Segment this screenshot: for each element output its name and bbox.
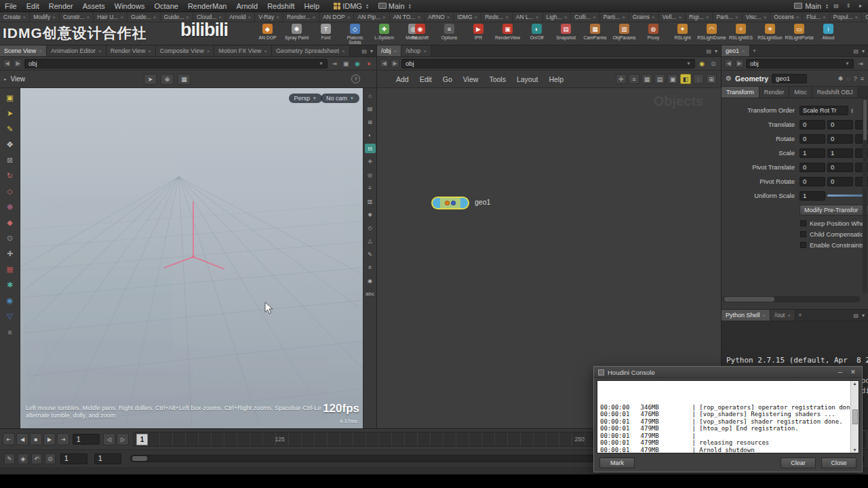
param-tab[interactable]: Redshift OBJ: [812, 87, 859, 98]
shelf-tab[interactable]: Ligh... ×: [543, 12, 572, 22]
forward-icon[interactable]: ▶: [391, 59, 399, 68]
display-option-icon[interactable]: ✎: [365, 249, 376, 259]
forward-icon[interactable]: ▶: [14, 59, 22, 68]
select-components-icon[interactable]: ⊕: [161, 74, 174, 85]
shelf-tab[interactable]: Popul... ×: [830, 12, 863, 22]
shelf-tool[interactable]: ▤ Snapshot: [551, 22, 580, 45]
shelf-tab[interactable]: Parti... ×: [713, 12, 742, 22]
viewport-tool-icon[interactable]: ◆: [4, 217, 16, 228]
viewport-tool-icon[interactable]: ▽: [4, 310, 16, 322]
spinner-icon[interactable]: ▲▼: [825, 3, 829, 9]
close-icon[interactable]: ×: [39, 48, 42, 54]
close-icon[interactable]: ×: [763, 312, 766, 319]
shelf-tool[interactable]: ▦ CamParms: [580, 22, 610, 45]
display-option-icon[interactable]: ⊟: [365, 144, 376, 153]
menu-item[interactable]: Edit: [22, 2, 44, 10]
params-path-field[interactable]: obj ▼: [746, 59, 854, 68]
close-icon[interactable]: ×: [382, 14, 386, 20]
menu-item[interactable]: RenderMan: [183, 2, 231, 10]
shelf-tool[interactable]: ✱ Spray Paint: [282, 22, 311, 45]
range-start-field[interactable]: 1: [60, 453, 87, 464]
close-icon[interactable]: ×: [505, 14, 509, 20]
menu-item[interactable]: Arnold: [231, 2, 262, 10]
go-to-start-icon[interactable]: ⇤: [3, 433, 15, 445]
node-name-label[interactable]: geo1: [475, 198, 490, 206]
param-field-x[interactable]: 1: [800, 148, 825, 158]
shelf-tool[interactable]: i About: [814, 22, 843, 45]
minimize-icon[interactable]: ─: [835, 369, 845, 375]
shelf-tool[interactable]: T Font: [311, 22, 340, 45]
pane-tab[interactable]: Geometry Spreadsheet ×: [272, 45, 350, 56]
shelf-tab[interactable]: Vell... ×: [659, 12, 686, 22]
tools-icon[interactable]: ✛: [616, 74, 627, 84]
param-tab[interactable]: Misc: [789, 87, 812, 98]
menu-item[interactable]: File: [0, 2, 22, 10]
forward-icon[interactable]: ▶: [735, 59, 744, 68]
network-menu-item[interactable]: Help: [543, 75, 569, 83]
pin-icon[interactable]: ⇥: [856, 59, 865, 68]
shelf-tab[interactable]: Oceans ×: [770, 12, 803, 22]
viewport-tool-icon[interactable]: ◉: [4, 295, 16, 306]
snapshot-icon[interactable]: ▣: [341, 59, 351, 68]
horizontal-scrollbar[interactable]: [723, 296, 860, 302]
help-icon[interactable]: ?: [854, 75, 857, 82]
shelf-tool[interactable]: ▶ IPR: [464, 22, 493, 45]
list-view-icon[interactable]: ≡: [629, 74, 639, 84]
close-icon[interactable]: ×: [394, 48, 397, 54]
display-option-icon[interactable]: ◐: [365, 131, 376, 140]
console-scrollbar[interactable]: ▲ ▼: [850, 381, 859, 453]
pane-menu-icon[interactable]: ▾: [370, 48, 373, 54]
loop-icon[interactable]: ↶: [31, 453, 42, 464]
spinner-icon[interactable]: ▲▼: [408, 3, 412, 9]
close-icon[interactable]: ×: [87, 14, 90, 20]
menu-item[interactable]: Windows: [110, 2, 150, 10]
chevron-down-icon[interactable]: ▼: [686, 61, 691, 66]
param-field-y[interactable]: 0: [827, 134, 853, 144]
chevron-down-icon[interactable]: ▼: [319, 61, 323, 66]
node-display-flag[interactable]: [460, 198, 468, 208]
close-icon[interactable]: ×: [564, 14, 568, 20]
console-title-bar[interactable]: Houdini Console ─ ✕: [594, 367, 862, 378]
node-select-flag[interactable]: [433, 198, 440, 208]
menu-item[interactable]: Assets: [78, 2, 110, 10]
shelf-tool[interactable]: ◍ Proxy: [639, 22, 668, 45]
display-option-icon[interactable]: △: [365, 237, 376, 246]
shelf-tab[interactable]: Rigi... ×: [686, 12, 713, 22]
param-tab[interactable]: Transform: [722, 87, 760, 98]
camera-persp-menu[interactable]: Persp ▼: [289, 94, 322, 103]
close-icon[interactable]: ×: [417, 14, 420, 20]
network-path-field[interactable]: obj ▼: [401, 59, 695, 68]
viewport-tool-icon[interactable]: ✎: [4, 123, 16, 135]
shelf-tab[interactable]: Hair U... ×: [94, 12, 127, 22]
shelf-tool[interactable]: ≡ Options: [435, 22, 464, 45]
pane-tab[interactable]: Python Shell ×: [722, 310, 770, 321]
scrollbar-thumb[interactable]: [852, 409, 858, 424]
grid-view-icon[interactable]: ▦: [642, 74, 652, 84]
close-icon[interactable]: ×: [742, 48, 745, 54]
network-menu-item[interactable]: Tools: [484, 75, 511, 83]
close-icon[interactable]: ×: [98, 48, 102, 54]
stop-icon[interactable]: ■: [30, 433, 42, 445]
param-field-x[interactable]: 0: [800, 120, 825, 129]
viewport-tool-icon[interactable]: ➤: [4, 108, 16, 119]
display-option-icon[interactable]: #: [365, 263, 376, 272]
viewport-tool-icon[interactable]: ≡: [4, 326, 16, 338]
close-icon[interactable]: ×: [248, 14, 252, 20]
transform-order-dropdown[interactable]: Scale Rot Tr: [800, 106, 848, 115]
shelf-tab[interactable]: Colli... ×: [571, 12, 599, 22]
render-icon[interactable]: ◉: [353, 59, 362, 68]
close-icon[interactable]: ×: [536, 14, 539, 20]
display-option-icon[interactable]: ⌂: [365, 91, 376, 100]
close-icon[interactable]: ×: [342, 48, 345, 54]
display-option-icon[interactable]: ▤: [365, 104, 376, 114]
record-icon[interactable]: ●: [364, 59, 374, 68]
shelf-tool[interactable]: ◐ On/Off: [522, 22, 551, 45]
shelf-tab[interactable]: Grains ×: [629, 12, 659, 22]
close-icon[interactable]: ×: [678, 14, 682, 20]
search-icon[interactable]: ◌: [846, 75, 850, 82]
close-icon[interactable]: ×: [593, 14, 596, 20]
shelf-tab[interactable]: Reds... ×: [481, 12, 513, 22]
color-palette-icon[interactable]: ◧: [680, 74, 691, 84]
close-icon[interactable]: ×: [735, 14, 738, 20]
playhead[interactable]: 1: [136, 434, 148, 445]
